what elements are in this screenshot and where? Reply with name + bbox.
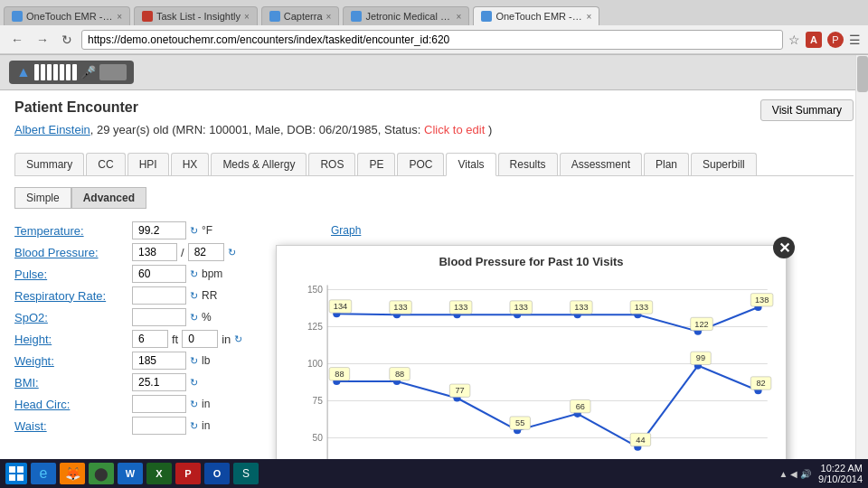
vital-input[interactable] (132, 265, 186, 283)
vital-label[interactable]: Temperature: (14, 222, 132, 239)
nav-tab-hx[interactable]: HX (171, 153, 210, 175)
refresh-icon[interactable]: ↻ (234, 333, 242, 345)
vital-input[interactable] (132, 286, 186, 305)
nav-tab-assessment[interactable]: Assessment (560, 153, 642, 175)
reload-button[interactable]: ↻ (58, 31, 76, 49)
nav-tab-pe[interactable]: PE (357, 153, 395, 175)
vital-unit: % (202, 311, 212, 324)
bp-systolic-input[interactable] (132, 243, 177, 261)
firefox-taskbar-icon[interactable]: 🦊 (60, 463, 85, 484)
height-in-unit: in (222, 333, 231, 346)
address-input[interactable] (81, 30, 783, 50)
tab-close[interactable]: × (117, 12, 122, 22)
nav-tab-plan[interactable]: Plan (644, 153, 689, 175)
bp-diastolic-input[interactable] (188, 243, 224, 261)
vital-label[interactable]: Head Circ: (14, 396, 132, 413)
menu-icon[interactable]: ☰ (849, 33, 861, 47)
chrome-taskbar-icon[interactable]: ⬤ (89, 463, 114, 484)
refresh-icon[interactable]: ↻ (190, 377, 198, 389)
forward-button[interactable]: → (33, 31, 52, 49)
vital-input[interactable] (132, 221, 186, 239)
svg-text:55: 55 (515, 418, 524, 427)
svg-rect-72 (17, 466, 24, 473)
nav-tab-cc[interactable]: CC (86, 153, 125, 175)
ppt-taskbar-icon[interactable]: P (175, 463, 201, 484)
excel-taskbar-icon[interactable]: X (146, 463, 172, 484)
refresh-icon[interactable]: ↻ (190, 225, 198, 237)
refresh-icon[interactable]: ↻ (190, 312, 198, 324)
logo-right (99, 64, 127, 80)
refresh-icon[interactable]: ↻ (190, 399, 198, 410)
word-taskbar-icon[interactable]: W (118, 463, 143, 484)
taskbar-icons: ▲ ◀ 🔊 (779, 469, 811, 479)
height-in-input[interactable] (182, 330, 218, 348)
vital-label[interactable]: Respiratory Rate: (14, 287, 132, 305)
svg-text:125: 125 (307, 322, 323, 332)
scrollbar-thumb[interactable] (857, 56, 868, 92)
back-button[interactable]: ← (7, 31, 27, 49)
visit-summary-button[interactable]: Visit Summary (760, 99, 854, 121)
tab-label: OneTouch EMR - Encour (495, 11, 582, 22)
graph-close-button[interactable]: ✕ (773, 237, 795, 258)
refresh-icon[interactable]: ↻ (190, 268, 198, 280)
vital-label[interactable]: BMI: (14, 374, 132, 391)
mode-tab-simple[interactable]: Simple (14, 187, 71, 209)
star-icon[interactable]: ☆ (788, 33, 800, 47)
patient-name-link[interactable]: Albert Einstein (14, 123, 90, 136)
vital-label[interactable]: Pulse: (14, 266, 132, 283)
tab-favicon (142, 11, 153, 22)
nav-tab-poc[interactable]: POC (397, 153, 444, 175)
svg-text:134: 134 (334, 302, 347, 311)
refresh-icon[interactable]: ↻ (190, 290, 198, 302)
pinterest-icon[interactable]: P (827, 32, 844, 48)
scrollbar[interactable] (855, 55, 868, 480)
vital-label[interactable]: Weight: (14, 352, 132, 370)
vital-label[interactable]: Waist: (14, 418, 132, 435)
vital-input[interactable] (132, 373, 186, 391)
nav-tab-hpi[interactable]: HPI (127, 153, 169, 175)
tab-close[interactable]: × (587, 12, 592, 22)
svg-text:88: 88 (395, 370, 404, 379)
tab-close[interactable]: × (244, 12, 250, 22)
svg-rect-73 (9, 474, 15, 481)
address-bar: ← → ↻ ☆ A P ☰ (0, 25, 868, 54)
skype-taskbar-icon[interactable]: S (233, 463, 259, 484)
height-ft-unit: ft (172, 333, 178, 346)
nav-tab-results[interactable]: Results (498, 153, 558, 175)
refresh-icon[interactable]: ↻ (190, 420, 198, 432)
tab-label: Capterra (284, 11, 323, 22)
browser-tab[interactable]: Task List - Insightly× (134, 6, 258, 25)
nav-tab-ros[interactable]: ROS (308, 153, 355, 175)
refresh-icon[interactable]: ↻ (228, 247, 236, 258)
browser-tab[interactable]: OneTouch EMR - Encour× (473, 6, 599, 25)
vital-input[interactable] (132, 395, 186, 413)
browser-tab[interactable]: Jetronic Medical Resc× (343, 6, 469, 25)
svg-rect-74 (17, 474, 24, 481)
vital-label[interactable]: Height: (14, 331, 132, 348)
vital-input[interactable] (132, 417, 186, 435)
browser-tab[interactable]: OneTouch EMR - Ready× (4, 6, 130, 25)
nav-tab-medsallergy[interactable]: Meds & Allergy (211, 153, 307, 175)
outlook-taskbar-icon[interactable]: O (204, 463, 230, 484)
start-button[interactable] (5, 463, 27, 484)
nav-tab-superbill[interactable]: Superbill (691, 153, 757, 175)
vital-input[interactable] (132, 308, 186, 326)
ie-taskbar-icon[interactable]: e (31, 463, 56, 484)
mode-tab-advanced[interactable]: Advanced (71, 187, 146, 209)
browser-tab[interactable]: Capterra× (261, 6, 340, 25)
height-ft-input[interactable] (132, 330, 168, 348)
tab-close[interactable]: × (457, 12, 462, 22)
refresh-icon[interactable]: ↻ (190, 355, 198, 367)
app-toolbar: ▲ 🎤 (0, 55, 868, 90)
vital-input[interactable] (132, 352, 186, 370)
vital-label[interactable]: SpO2: (14, 309, 132, 326)
vital-label[interactable]: Blood Pressure: (14, 244, 132, 261)
tab-close[interactable]: × (326, 12, 332, 22)
vital-graph-link[interactable]: Graph (331, 224, 421, 237)
taskbar-right: ▲ ◀ 🔊 10:22 AM 9/10/2014 (779, 463, 863, 484)
status-link[interactable]: Click to edit (424, 123, 485, 136)
nav-tab-vitals[interactable]: Vitals (446, 153, 495, 176)
nav-tab-summary[interactable]: Summary (14, 153, 84, 175)
svg-text:133: 133 (393, 303, 407, 312)
vital-unit: bpm (202, 267, 222, 280)
